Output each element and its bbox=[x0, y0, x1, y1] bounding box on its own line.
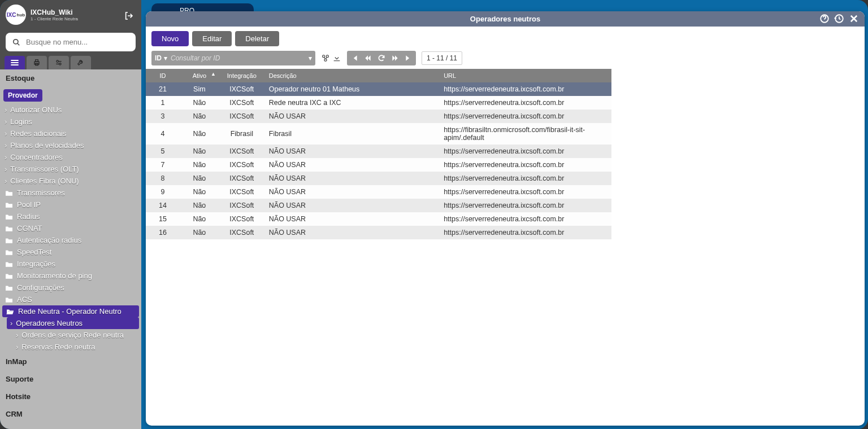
sidebar-item[interactable]: ›Redes adicionais bbox=[0, 128, 141, 139]
svg-point-5 bbox=[59, 63, 62, 65]
sidebar-item[interactable]: ›Planos de velocidades bbox=[0, 139, 141, 151]
table-row[interactable]: 1NãoIXCSoftRede neutra IXC a IXChttps://… bbox=[146, 96, 611, 110]
chevron-down-icon[interactable]: ▾ bbox=[164, 54, 167, 62]
table-row[interactable]: 3NãoIXCSoftNÃO USARhttps://serverredeneu… bbox=[146, 110, 611, 123]
cell-descricao: NÃO USAR bbox=[264, 110, 439, 123]
cell-ativo: Não bbox=[180, 226, 219, 239]
tab-settings[interactable] bbox=[49, 56, 69, 69]
chevron-down-icon[interactable]: ▾ bbox=[309, 54, 312, 62]
tab-print[interactable] bbox=[27, 56, 47, 69]
sidebar-item[interactable]: ›Clientes Fibra (ONU) bbox=[0, 175, 141, 187]
app-title: IXCHub_Wiki bbox=[31, 8, 78, 16]
pager-nav bbox=[347, 51, 416, 65]
sidebar-folder[interactable]: Configurações bbox=[0, 282, 141, 294]
close-icon[interactable] bbox=[849, 14, 859, 24]
sidebar-item-label: Transmissores bbox=[17, 189, 65, 197]
sidebar-folder[interactable]: Autenticação radius bbox=[0, 234, 141, 246]
sidebar-folder[interactable]: SpeedTest bbox=[0, 246, 141, 258]
history-icon[interactable] bbox=[834, 14, 844, 24]
section-inmap[interactable]: InMap bbox=[0, 353, 141, 370]
table-row[interactable]: 9NãoIXCSoftNÃO USARhttps://serverredeneu… bbox=[146, 185, 611, 199]
cell-descricao: Operador neutro 01 Matheus bbox=[264, 82, 439, 96]
cell-integracao: IXCSoft bbox=[219, 185, 264, 199]
sidebar-folder[interactable]: Transmissores bbox=[0, 187, 141, 199]
sidebar-folder[interactable]: Integrações bbox=[0, 258, 141, 270]
sidebar-folder[interactable]: Pool IP bbox=[0, 199, 141, 211]
cell-integracao: Fibrasil bbox=[219, 123, 264, 145]
next-page-icon[interactable] bbox=[391, 54, 399, 62]
col-url[interactable]: URL bbox=[439, 69, 611, 82]
menu-search-input[interactable] bbox=[25, 37, 129, 47]
menu-search[interactable] bbox=[6, 33, 136, 51]
sidebar-subitem-operadores[interactable]: › Operadores Neutros bbox=[7, 317, 139, 329]
cell-id: 5 bbox=[146, 145, 180, 158]
sidebar-item[interactable]: ›Logins bbox=[0, 116, 141, 128]
first-page-icon[interactable] bbox=[350, 54, 358, 62]
cell-url: https://serverredeneutra.ixcsoft.com.br bbox=[439, 212, 611, 226]
section-suporte[interactable]: Suporte bbox=[0, 370, 141, 388]
table-row[interactable]: 5NãoIXCSoftNÃO USARhttps://serverredeneu… bbox=[146, 145, 611, 158]
cell-integracao: IXCSoft bbox=[219, 226, 264, 239]
table-row[interactable]: 15NãoIXCSoftNÃO USARhttps://serverredene… bbox=[146, 212, 611, 226]
section-provedor[interactable]: Provedor bbox=[3, 89, 42, 102]
table-row[interactable]: 21SimIXCSoftOperador neutro 01 Matheusht… bbox=[146, 82, 611, 96]
section-estoque[interactable]: Estoque bbox=[0, 69, 141, 87]
edit-button[interactable]: Editar bbox=[192, 31, 232, 46]
last-page-icon[interactable] bbox=[405, 54, 413, 62]
sidebar-folder[interactable]: CGNAT bbox=[0, 222, 141, 234]
svg-point-9 bbox=[324, 59, 327, 61]
sidebar-item-label: Rede Neutra - Operador Neutro bbox=[18, 307, 121, 316]
sidebar-item[interactable]: ›Concentradores bbox=[0, 151, 141, 163]
table-row[interactable]: 16NãoIXCSoftNÃO USARhttps://serverredene… bbox=[146, 226, 611, 239]
sidebar-item[interactable]: ›Transmissores (OLT) bbox=[0, 163, 141, 175]
folder-icon bbox=[5, 202, 14, 208]
sidebar-folder[interactable]: Monitoramento de ping bbox=[0, 270, 141, 282]
prev-page-icon[interactable] bbox=[364, 54, 372, 62]
cell-integracao: IXCSoft bbox=[219, 82, 264, 96]
delete-button[interactable]: Deletar bbox=[235, 31, 279, 46]
chevron-right-icon: › bbox=[10, 319, 12, 327]
new-button[interactable]: Novo bbox=[151, 31, 189, 46]
logout-icon[interactable] bbox=[124, 11, 133, 20]
col-id[interactable]: ID bbox=[146, 69, 180, 82]
app-subtitle: 1 - Cliente Rede Neutra bbox=[31, 16, 78, 21]
table-row[interactable]: 4NãoFibrasilFibrasilhttps://fibrasiltn.o… bbox=[146, 123, 611, 145]
sidebar-item[interactable]: ›Autorizar ONUs bbox=[0, 104, 141, 116]
cell-id: 3 bbox=[146, 110, 180, 123]
folder-icon bbox=[5, 273, 14, 279]
cell-url: https://serverredeneutra.ixcsoft.com.br bbox=[439, 199, 611, 212]
col-descricao[interactable]: Descrição bbox=[264, 69, 439, 82]
data-table: ID Ativo▲ Integração Descrição URL 21Sim… bbox=[146, 69, 611, 239]
tab-tools[interactable] bbox=[71, 56, 91, 69]
help-icon[interactable] bbox=[819, 14, 830, 24]
chevron-right-icon: › bbox=[5, 129, 7, 138]
sidebar-folder[interactable]: Radius bbox=[0, 211, 141, 222]
search-field[interactable]: ID ▾ ▾ bbox=[151, 51, 315, 65]
table-row[interactable]: 8NãoIXCSoftNÃO USARhttps://serverredeneu… bbox=[146, 172, 611, 185]
refresh-icon[interactable] bbox=[377, 54, 385, 62]
main-panel: Operadores neutros Novo Editar Deletar bbox=[146, 11, 865, 426]
sidebar-subitem-ordens[interactable]: › Ordens de serviço Rede neutra bbox=[0, 329, 141, 341]
col-integracao[interactable]: Integração bbox=[219, 69, 264, 82]
cell-id: 7 bbox=[146, 158, 180, 172]
section-frota[interactable]: Frota bbox=[0, 423, 141, 429]
table-row[interactable]: 14NãoIXCSoftNÃO USARhttps://serverredene… bbox=[146, 199, 611, 212]
sidebar-item-label: Pool IP bbox=[17, 200, 41, 209]
sidebar-item-rede-neutra[interactable]: Rede Neutra - Operador Neutro bbox=[2, 305, 139, 317]
cell-ativo: Não bbox=[180, 145, 219, 158]
sidebar-item-label: ACS bbox=[17, 295, 32, 304]
cell-ativo: Não bbox=[180, 172, 219, 185]
tab-menu[interactable] bbox=[5, 56, 25, 69]
table-row[interactable]: 7NãoIXCSoftNÃO USARhttps://serverredeneu… bbox=[146, 158, 611, 172]
search-input[interactable] bbox=[170, 54, 306, 63]
chevron-right-icon: › bbox=[5, 165, 7, 173]
sidebar-folder[interactable]: ACS bbox=[0, 294, 141, 305]
section-hotsite[interactable]: Hotsite bbox=[0, 388, 141, 405]
download-icon[interactable] bbox=[332, 54, 341, 63]
sidebar-subitem-reservas[interactable]: › Reservas Rede neutra bbox=[0, 341, 141, 353]
sidebar-item-label: Logins bbox=[10, 117, 32, 126]
col-ativo[interactable]: Ativo▲ bbox=[180, 69, 219, 82]
advanced-search-icon[interactable] bbox=[321, 54, 330, 63]
sidebar-item-label: Redes adicionais bbox=[10, 129, 66, 138]
section-crm[interactable]: CRM bbox=[0, 405, 141, 423]
